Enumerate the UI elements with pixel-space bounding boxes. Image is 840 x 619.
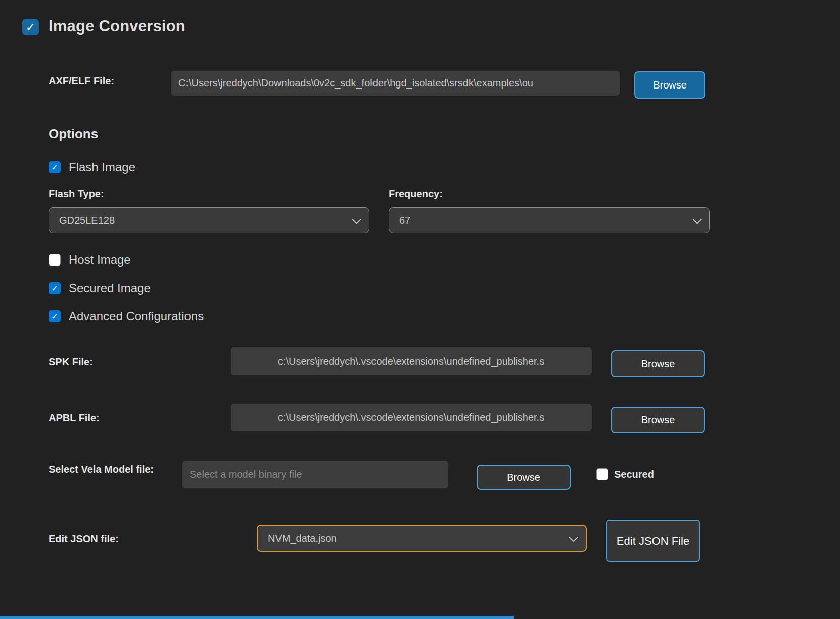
flash-image-label: Flash Image [69, 160, 135, 174]
check-icon: ✓ [51, 283, 58, 294]
image-conversion-checkbox[interactable]: ✓ [22, 19, 39, 35]
flash-type-value: GD25LE128 [59, 215, 115, 226]
host-image-label: Host Image [69, 253, 131, 267]
frequency-label: Frequency: [389, 188, 443, 200]
vela-secured-checkbox[interactable] [596, 468, 608, 480]
flash-image-checkbox[interactable]: ✓ [49, 161, 61, 173]
axf-file-input[interactable] [171, 71, 620, 96]
flash-type-label: Flash Type: [49, 188, 104, 200]
frequency-select[interactable]: 67 [389, 207, 710, 233]
apbl-file-input[interactable] [231, 404, 592, 431]
vela-secured-label: Secured [614, 469, 654, 480]
apbl-browse-button[interactable]: Browse [611, 407, 705, 433]
bottom-cut-element [0, 616, 514, 619]
axf-file-label: AXF/ELF File: [49, 75, 114, 87]
check-icon: ✓ [51, 311, 58, 322]
host-image-checkbox[interactable] [49, 254, 61, 266]
spk-file-label: SPK File: [49, 356, 93, 368]
page-title: Image Conversion [49, 17, 185, 35]
spk-file-input[interactable] [231, 347, 592, 375]
chevron-down-icon [352, 215, 361, 224]
vela-browse-button[interactable]: Browse [477, 465, 571, 490]
secured-image-label: Secured Image [69, 281, 151, 295]
chevron-down-icon [569, 533, 578, 542]
vela-model-label: Select Vela Model file: [49, 461, 157, 477]
edit-json-file-button[interactable]: Edit JSON File [606, 520, 700, 562]
flash-type-select[interactable]: GD25LE128 [49, 207, 369, 233]
edit-json-value: NVM_data.json [268, 533, 337, 544]
spk-browse-button[interactable]: Browse [611, 350, 705, 377]
advanced-configurations-checkbox[interactable]: ✓ [49, 310, 61, 322]
axf-browse-button[interactable]: Browse [634, 71, 705, 99]
advanced-configurations-label: Advanced Configurations [69, 309, 204, 323]
check-icon: ✓ [51, 162, 58, 173]
image-conversion-panel: ✓ Image Conversion AXF/ELF File: Browse … [0, 0, 840, 619]
apbl-file-label: APBL File: [49, 412, 100, 424]
check-icon: ✓ [25, 20, 35, 34]
edit-json-label: Edit JSON file: [49, 533, 119, 545]
edit-json-select[interactable]: NVM_data.json [257, 525, 587, 552]
secured-image-checkbox[interactable]: ✓ [49, 282, 61, 294]
options-heading: Options [49, 126, 98, 142]
chevron-down-icon [692, 215, 701, 224]
vela-model-input[interactable] [182, 461, 448, 488]
frequency-value: 67 [399, 215, 410, 226]
